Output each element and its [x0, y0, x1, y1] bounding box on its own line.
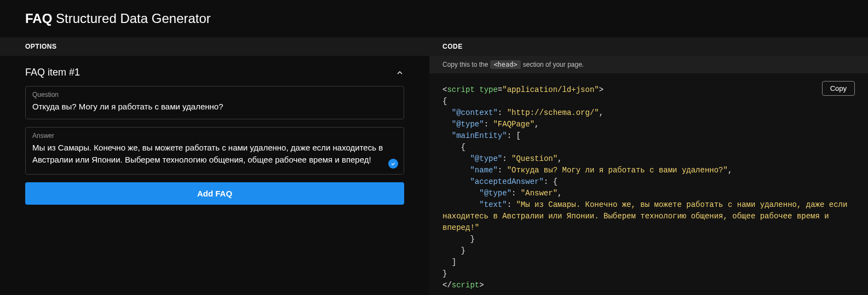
code-subhead: Copy this to the <head> section of your … — [429, 56, 868, 73]
page-title: FAQ Structured Data Generator — [0, 0, 868, 37]
copy-button[interactable]: Copy — [822, 81, 855, 96]
faq-item-title: FAQ item #1 — [25, 67, 80, 78]
subhead-suffix: section of your page. — [523, 61, 584, 68]
add-faq-button[interactable]: Add FAQ — [25, 182, 404, 205]
subhead-prefix: Copy this to the — [442, 61, 488, 68]
answer-input[interactable] — [32, 142, 397, 166]
faq-item-header[interactable]: FAQ item #1 — [25, 67, 404, 78]
answer-field[interactable]: Answer — [25, 127, 404, 175]
question-input[interactable] — [32, 101, 397, 113]
options-heading: OPTIONS — [0, 37, 429, 56]
options-panel: OPTIONS FAQ item #1 Question Answer Add … — [0, 37, 429, 295]
code-heading: CODE — [429, 37, 868, 56]
page-title-rest: Structured Data Generator — [56, 11, 211, 26]
question-field[interactable]: Question — [25, 86, 404, 119]
head-tag-chip: <head> — [490, 60, 520, 69]
chevron-up-icon — [395, 68, 404, 77]
answer-label: Answer — [32, 132, 397, 140]
code-output: Copy<script type="application/ld+json"> … — [429, 73, 868, 295]
code-panel: CODE Copy this to the <head> section of … — [429, 37, 868, 295]
question-label: Question — [32, 91, 397, 99]
page-title-bold: FAQ — [25, 11, 52, 26]
check-icon — [388, 159, 398, 169]
